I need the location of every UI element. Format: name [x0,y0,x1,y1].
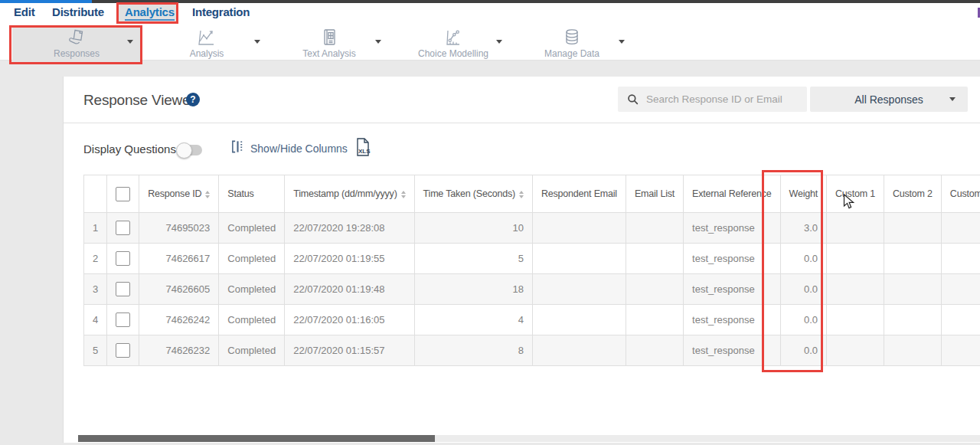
cell-email-list [626,244,683,274]
search-input[interactable] [645,93,793,106]
row-select-cell [107,244,139,274]
analysis-icon [197,28,217,47]
cell-email-list [626,274,683,305]
cell-respondent-email [532,274,626,305]
cell-response-id[interactable]: 74626242 [139,305,219,335]
toolbar-item-choice-modelling[interactable]: Choice Modelling [400,28,507,62]
row-select-cell [107,305,139,335]
row-number: 4 [84,305,107,335]
header-response-id[interactable]: Response ID [139,175,219,213]
select-all-checkbox[interactable] [116,187,130,201]
cell-time-taken: 10 [414,213,532,244]
cell-email-list [626,305,683,335]
header-select-all [107,175,139,213]
toolbar-item-analysis[interactable]: Analysis [153,28,260,62]
cell-weight: 3.0 [780,213,826,244]
cell-respondent-email [532,335,626,366]
cell-time-taken: 8 [414,335,532,366]
manage-data-dropdown-caret[interactable] [619,40,625,44]
help-icon[interactable]: ? [186,93,200,106]
table-row: 2 74626617 Completed 22/07/2020 01:19:55… [84,244,980,274]
cell-custom-3 [941,274,980,305]
cell-weight: 0.0 [780,335,826,366]
header-timestamp[interactable]: Timestamp (dd/mm/yyyy) [285,175,414,213]
row-select-cell [107,335,139,366]
header-external-reference: External Reference [684,175,780,213]
horizontal-scrollbar-thumb[interactable] [78,435,435,442]
cell-external-reference: test_response [684,335,780,366]
table-row: 5 74626232 Completed 22/07/2020 01:15:57… [84,335,980,366]
toolbar-label-manage-data: Manage Data [544,48,599,59]
text-analysis-dropdown-caret[interactable] [375,40,381,44]
header-respondent-email: Respondent Email [532,175,626,213]
table-row: 1 74695023 Completed 22/07/2020 19:28:08… [84,213,980,244]
header-row: Response ID Status Timestamp (dd/mm/yyyy… [84,175,980,213]
cell-respondent-email [532,213,626,244]
cell-response-id[interactable]: 74695023 [139,213,219,244]
table-row: 4 74626242 Completed 22/07/2020 01:16:05… [84,305,980,335]
section-divider [64,123,980,123]
row-checkbox[interactable] [116,221,130,235]
table-row: 3 74626605 Completed 22/07/2020 01:19:48… [84,274,980,305]
toolbar-label-analysis: Analysis [190,48,224,59]
toolbar-item-text-analysis[interactable]: Text Analysis [276,28,383,62]
cell-custom-2 [884,213,941,244]
cell-response-id[interactable]: 74626605 [139,274,219,305]
cell-weight: 0.0 [780,274,826,305]
toolbar-label-choice-modelling: Choice Modelling [418,48,488,59]
response-viewer-panel: Response Viewer ? All Responses Display … [63,77,980,443]
row-checkbox[interactable] [116,312,130,327]
row-select-cell [107,213,139,244]
sort-icon [205,191,210,198]
cell-status: Completed [219,305,285,335]
toolbar-label-text-analysis: Text Analysis [302,48,355,59]
row-checkbox[interactable] [116,282,130,296]
analysis-dropdown-caret[interactable] [254,40,260,44]
cell-status: Completed [219,274,285,305]
cell-custom-3 [941,335,980,366]
display-questions-toggle[interactable] [178,145,202,155]
nav-tab-distribute[interactable]: Distribute [52,5,104,18]
cell-timestamp: 22/07/2020 01:19:55 [285,244,414,274]
show-hide-columns-button[interactable]: Show/Hide Columns [230,139,348,157]
header-custom-2: Custom 2 [884,175,941,213]
cell-respondent-email [532,244,626,274]
cell-custom-2 [884,305,941,335]
svg-text:XLS: XLS [358,148,371,155]
nav-tab-integration[interactable]: Integration [192,5,250,18]
toolbar-item-responses[interactable]: Responses [23,28,130,62]
row-checkbox[interactable] [116,343,130,358]
cell-external-reference: test_response [684,244,780,274]
cell-time-taken: 5 [414,244,532,274]
row-checkbox[interactable] [116,251,130,266]
cell-weight: 0.0 [780,305,826,335]
cell-custom-1 [827,305,884,335]
cell-email-list [626,335,683,366]
browser-tab-strip [0,0,980,3]
show-hide-columns-label: Show/Hide Columns [250,142,348,155]
row-number: 1 [84,213,107,244]
header-row-number [84,175,107,213]
toolbar-item-manage-data[interactable]: Manage Data [518,28,626,62]
cell-custom-2 [884,244,941,274]
cell-external-reference: test_response [684,213,780,244]
nav-tab-analytics[interactable]: Analytics [125,5,175,21]
export-xls-button[interactable]: XLS [354,137,371,160]
header-time-taken[interactable]: Time Taken (Seconds) [414,175,532,213]
cell-weight: 0.0 [780,244,826,274]
cell-status: Completed [219,213,285,244]
responses-dropdown-caret[interactable] [127,40,133,44]
choice-modelling-dropdown-caret[interactable] [496,40,502,44]
cell-timestamp: 22/07/2020 01:15:57 [285,335,414,366]
nav-tab-edit[interactable]: Edit [14,5,35,18]
header-weight: Weight [780,175,826,213]
cell-time-taken: 18 [414,274,532,305]
row-number: 2 [84,244,107,274]
responses-table: Response ID Status Timestamp (dd/mm/yyyy… [83,175,980,366]
cell-timestamp: 22/07/2020 01:16:05 [285,305,414,335]
responses-filter-dropdown[interactable]: All Responses [810,87,968,112]
cell-response-id[interactable]: 74626617 [139,244,219,274]
row-select-cell [107,274,139,305]
show-hide-columns-icon [230,139,245,157]
cell-response-id[interactable]: 74626232 [139,335,219,366]
